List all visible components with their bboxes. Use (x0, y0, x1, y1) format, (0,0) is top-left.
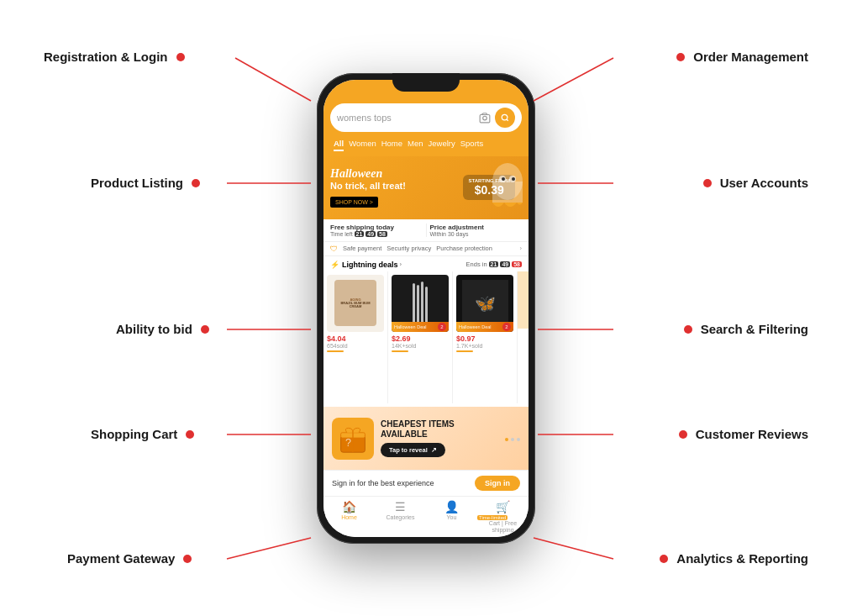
banner-ghost-decoration (486, 156, 529, 219)
timer-hours: 21 (355, 231, 365, 237)
necklace-product-visual: 🦋 (462, 280, 508, 326)
nav-cart-label: Time-limited Cart | Free shipping (477, 514, 529, 533)
brush-product-visual (413, 282, 428, 325)
svg-point-18 (502, 177, 505, 181)
svg-point-19 (512, 177, 515, 181)
nav-tab-sports[interactable]: Sports (460, 137, 483, 151)
cart-icon: 🛒 (496, 500, 510, 513)
svg-line-8 (227, 538, 311, 559)
svg-text:?: ? (345, 437, 351, 449)
signin-button[interactable]: Sign in (475, 476, 520, 491)
halloween-banner: Halloween No trick, all treat! SHOP NOW … (323, 156, 529, 219)
lightning-icon: ⚡ (330, 261, 339, 269)
cream-product-visual: AGING BRAZIL BUM BUM CREAM (334, 280, 376, 326)
time-limited-badge: Time-limited (477, 515, 508, 520)
mystery-dots (505, 438, 520, 441)
label-payment-gateway: Payment Gateway (67, 551, 175, 566)
purchase-protection-text: Purchase protection (436, 245, 492, 252)
product-card-cream[interactable]: AGING BRAZIL BUM BUM CREAM $4.04 654sold (323, 271, 388, 404)
timer-secs: 58 (377, 231, 387, 237)
mystery-box-banner[interactable]: ? CHEAPEST ITEMS AVAILABLE Tap to reveal… (323, 407, 529, 470)
product-indicator-2 (392, 350, 408, 352)
product-price-3: $0.97 (456, 334, 513, 343)
product-card-4[interactable] (518, 271, 529, 404)
nav-home[interactable]: 🏠 Home (323, 500, 375, 533)
nav-categories-label: Categories (387, 514, 415, 521)
nav-categories[interactable]: ☰ Categories (375, 500, 426, 533)
price-adj-subtitle: Within 30 days (430, 231, 523, 237)
nav-tab-all[interactable]: All (334, 137, 344, 151)
bottom-nav: 🏠 Home ☰ Categories 👤 You 🛒 Time (323, 496, 529, 536)
mystery-box-icon: ? (332, 418, 374, 460)
dot-search-filtering (684, 325, 692, 334)
nav-you-label: You (447, 514, 457, 521)
app-screen: womens tops (323, 80, 529, 537)
label-shopping-cart: Shopping Cart (91, 427, 177, 441)
nav-tab-men[interactable]: Men (408, 137, 423, 151)
dot-payment-gateway (183, 555, 192, 563)
lightning-deals-header: ⚡ Lightning deals › Ends in 21 49 58 (323, 256, 529, 271)
nav-tab-women[interactable]: Women (349, 137, 376, 151)
dot-2 (511, 438, 514, 441)
info-strip: Free shipping today Time left 21 49 58 P… (323, 219, 529, 242)
signin-text: Sign in for the best experience (332, 479, 475, 487)
svg-rect-15 (492, 182, 523, 203)
product-sold-1: 654sold (327, 343, 384, 349)
label-order-management: Order Management (693, 50, 808, 64)
product-indicator-1 (327, 350, 344, 352)
nav-cart-sub: Cart | Free shipping (477, 520, 529, 533)
deal-timer-h: 21 (489, 261, 499, 267)
svg-line-0 (235, 58, 311, 101)
dot-order-management (676, 53, 685, 61)
label-user-accounts: User Accounts (720, 176, 808, 190)
dot-3 (517, 438, 520, 441)
product-img-necklace: 🦋 Halloween Deal 2 (456, 275, 513, 332)
phone-inner: womens tops (323, 80, 529, 537)
nav-you[interactable]: 👤 You (426, 500, 477, 533)
camera-icon (478, 111, 492, 124)
nav-tab-jewelry[interactable]: Jewelry (429, 137, 455, 151)
info-divider (426, 224, 427, 237)
svg-point-12 (502, 114, 508, 120)
product-sold-2: 14K+sold (392, 343, 449, 349)
deal-badge-necklace: Halloween Deal 2 (456, 322, 513, 332)
banner-halloween-text: Halloween (330, 167, 463, 181)
phone-outer: womens tops (317, 73, 535, 544)
deal-timer-s: 58 (512, 261, 522, 267)
mystery-reveal-btn[interactable]: Tap to reveal ↗ (381, 443, 445, 457)
product-price-1: $4.04 (327, 334, 384, 343)
product-indicator-3 (456, 350, 473, 352)
deal-badge-brushes: Halloween Deal 2 (392, 322, 449, 332)
dot-customer-reviews (679, 430, 687, 439)
dot-user-accounts (703, 179, 712, 187)
shield-icon: 🛡 (330, 245, 338, 253)
deal-timer-m: 49 (500, 261, 510, 267)
label-ability-to-bid: Ability to bid (116, 322, 192, 336)
banner-text: Halloween No trick, all treat! SHOP NOW … (330, 167, 463, 207)
dot-ability-to-bid (201, 325, 209, 334)
deals-arrow-icon: › (400, 261, 402, 268)
banner-shop-btn[interactable]: SHOP NOW > (330, 197, 378, 208)
signin-bar: Sign in for the best experience Sign in (323, 470, 529, 496)
you-icon: 👤 (444, 500, 459, 513)
product-card-brushes[interactable]: Halloween Deal 2 $2.69 14K+sold (388, 271, 453, 404)
mystery-pagination (505, 435, 520, 441)
product-sold-3: 1.7K+sold (456, 343, 513, 349)
dot-1 (505, 438, 508, 441)
mystery-text: CHEAPEST ITEMS AVAILABLE Tap to reveal ↗ (381, 419, 498, 457)
product-img-brushes: Halloween Deal 2 (392, 275, 449, 332)
nav-tab-home[interactable]: Home (381, 137, 402, 151)
svg-line-13 (507, 118, 508, 120)
nav-cart[interactable]: 🛒 Time-limited Cart | Free shipping (477, 500, 529, 533)
phone-mockup: womens tops (317, 73, 535, 544)
cursor-icon: ↗ (431, 446, 437, 454)
lightning-deals-title: Lightning deals (342, 261, 398, 269)
dot-shopping-cart (186, 430, 194, 439)
product-img-cream: AGING BRAZIL BUM BUM CREAM (327, 275, 384, 332)
search-button[interactable] (495, 108, 515, 128)
product-card-necklace[interactable]: 🦋 Halloween Deal 2 $0.97 1.7K+sold (453, 271, 518, 404)
products-row: AGING BRAZIL BUM BUM CREAM $4.04 654sold (323, 271, 529, 404)
chevron-right-icon: › (520, 245, 523, 252)
search-bar[interactable]: womens tops (330, 103, 522, 132)
deals-timer: Ends in 21 49 58 (466, 261, 522, 268)
